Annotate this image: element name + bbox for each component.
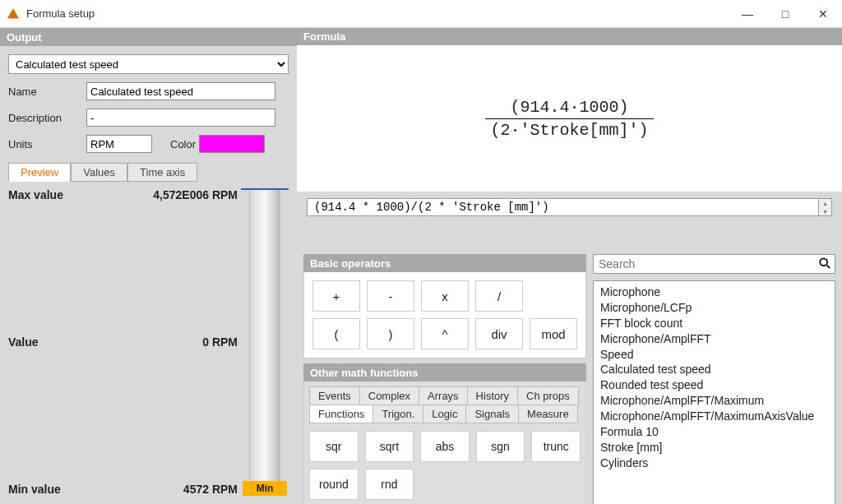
func-round[interactable]: round — [309, 469, 359, 500]
color-label: Color — [170, 138, 196, 150]
operator-x[interactable]: x — [421, 280, 469, 312]
description-label: Description — [8, 112, 86, 124]
formula-header: Formula — [297, 28, 842, 45]
units-label: Units — [8, 138, 86, 150]
close-button[interactable]: ✕ — [804, 0, 842, 27]
func-tab-complex[interactable]: Complex — [359, 386, 419, 405]
operator-([interactable]: ( — [312, 318, 360, 349]
func-tab-events[interactable]: Events — [309, 386, 360, 405]
units-input[interactable] — [86, 135, 152, 153]
function-tabs: EventsComplexArraysHistoryCh propsFuncti… — [309, 386, 581, 423]
preview-area: Max value 4,572E006 RPM Value 0 RPM Min … — [8, 188, 289, 496]
operator-/[interactable]: / — [475, 280, 523, 312]
channel-item[interactable]: Rounded test speed — [599, 377, 830, 393]
operator--[interactable]: - — [367, 280, 414, 312]
func-abs[interactable]: abs — [420, 431, 470, 462]
function-grid: sqrsqrtabssgntruncroundrnd — [309, 431, 581, 500]
name-input[interactable] — [86, 82, 275, 100]
output-header: Output — [0, 28, 297, 46]
operator-grid: +-x/()^divmod — [303, 272, 586, 358]
operator-mod[interactable]: mod — [530, 318, 577, 349]
channel-list[interactable]: MicrophoneMicrophone/LCFpFFT block count… — [593, 280, 835, 504]
func-sgn[interactable]: sgn — [476, 431, 525, 462]
search-bar[interactable] — [593, 254, 835, 274]
app-icon — [7, 7, 20, 21]
preview-min-tag: Min — [243, 481, 287, 496]
func-sqrt[interactable]: sqrt — [365, 431, 414, 462]
value: 0 RPM — [202, 335, 238, 349]
maximize-button[interactable]: □ — [766, 0, 804, 27]
formula-panel: Formula (914.4·1000) (2·'Stroke[mm]') ▲▼… — [297, 28, 842, 504]
max-value: 4,572E006 RPM — [153, 188, 238, 201]
operator-+[interactable]: + — [312, 280, 360, 312]
window-controls: — □ ✕ — [729, 0, 842, 27]
tab-preview[interactable]: Preview — [8, 163, 71, 182]
operator-div[interactable]: div — [475, 318, 523, 349]
formula-spinner[interactable]: ▲▼ — [819, 198, 832, 216]
channel-item[interactable]: Microphone/LCFp — [599, 300, 830, 316]
svg-marker-0 — [7, 8, 19, 19]
channel-item[interactable]: Calculated test speed — [599, 362, 830, 377]
channel-item[interactable]: Speed — [599, 347, 830, 363]
min-value: 4572 RPM — [183, 483, 238, 496]
formula-input[interactable] — [307, 198, 819, 216]
func-tab-measure[interactable]: Measure — [518, 405, 578, 423]
color-swatch[interactable] — [199, 135, 265, 153]
formula-denominator: (2·'Stroke[mm]') — [485, 119, 653, 141]
tab-timeaxis[interactable]: Time axis — [127, 163, 197, 182]
svg-point-1 — [820, 258, 827, 266]
operator-^[interactable]: ^ — [421, 318, 469, 349]
search-icon[interactable] — [815, 257, 835, 271]
channel-item[interactable]: Microphone — [599, 284, 830, 300]
tab-values[interactable]: Values — [71, 163, 127, 182]
channel-item[interactable]: Stroke [mm] — [599, 440, 830, 455]
min-value-label: Min value — [8, 483, 61, 496]
output-select[interactable]: Calculated test speed — [8, 54, 289, 74]
max-value-label: Max value — [8, 188, 63, 201]
func-tab-arrays[interactable]: Arrays — [419, 386, 468, 405]
func-rnd[interactable]: rnd — [365, 469, 414, 500]
channel-item[interactable]: Cylinders — [599, 455, 830, 471]
title-bar: Formula setup — □ ✕ — [0, 0, 842, 28]
basic-operators-header: Basic operators — [303, 254, 586, 272]
preview-bar: Min — [241, 188, 289, 496]
func-tab-logic[interactable]: Logic — [423, 405, 466, 423]
window-title: Formula setup — [26, 7, 729, 20]
minimize-button[interactable]: — — [729, 0, 766, 27]
output-panel: Output Calculated test speed Name Descri… — [0, 28, 297, 504]
description-input[interactable] — [86, 109, 275, 127]
other-functions-header: Other math functions — [303, 363, 586, 381]
channel-item[interactable]: Microphone/AmplFFT — [599, 331, 830, 347]
channel-item[interactable]: Microphone/AmplFFT/MaximumAxisValue — [599, 409, 830, 424]
func-tab-trigon[interactable]: Trigon. — [372, 405, 423, 423]
name-label: Name — [8, 86, 86, 98]
svg-line-2 — [827, 265, 830, 268]
func-tab-chprops[interactable]: Ch props — [517, 386, 579, 405]
channel-item[interactable]: Microphone/AmplFFT/Maximum — [599, 393, 830, 409]
value-label: Value — [8, 335, 39, 349]
func-tab-functions[interactable]: Functions — [309, 405, 373, 423]
func-trunc[interactable]: trunc — [531, 431, 581, 462]
func-tab-history[interactable]: History — [467, 386, 518, 405]
operator-)[interactable]: ) — [367, 318, 414, 349]
func-sqr[interactable]: sqr — [309, 431, 359, 462]
formula-render: (914.4·1000) (2·'Stroke[mm]') — [297, 45, 842, 192]
func-tab-signals[interactable]: Signals — [465, 405, 519, 423]
channel-item[interactable]: Formula 10 — [599, 424, 830, 440]
channel-item[interactable]: FFT block count — [599, 316, 830, 331]
search-input[interactable] — [594, 256, 815, 272]
formula-numerator: (914.4·1000) — [505, 96, 633, 118]
